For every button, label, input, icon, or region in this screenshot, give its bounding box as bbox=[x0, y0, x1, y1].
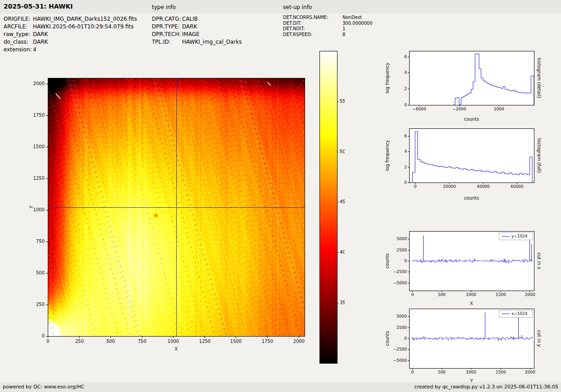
meta-label: DPR.CATG: bbox=[152, 15, 182, 23]
meta-label: extension: bbox=[4, 46, 33, 54]
meta-row-ndit: DET.NDIT:1 bbox=[283, 26, 373, 32]
meta-value: IMAGE bbox=[182, 31, 200, 37]
type-info-column: DPR.CATG:CALIB DPR.TYPE:DARK DPR.TECH:IM… bbox=[152, 15, 242, 46]
qc-report-page: 2025-05-31: HAWKI type info set-up info … bbox=[0, 0, 561, 392]
meta-row-dit: DET.DIT:300.0000000 bbox=[283, 21, 373, 27]
file-info-column: ORIGFILE:HAWKI_IMG_DARK_Darks152_0026.fi… bbox=[4, 15, 137, 54]
cut-y-plot bbox=[379, 303, 559, 389]
meta-row-dprtype: DPR.TYPE:DARK bbox=[152, 23, 242, 31]
meta-row-origfile: ORIGFILE:HAWKI_IMG_DARK_Darks152_0026.fi… bbox=[4, 15, 137, 23]
meta-label: DPR.TECH: bbox=[152, 31, 182, 38]
meta-label: DET.NDIT: bbox=[283, 26, 342, 32]
meta-value: CALIB bbox=[182, 16, 198, 22]
meta-label: raw_type: bbox=[4, 31, 33, 38]
cut-x-plot bbox=[379, 225, 559, 306]
meta-label: DPR.TYPE: bbox=[152, 23, 182, 31]
meta-row-arcfile: ARCFILE:HAWKI.2025-06-01T10:29:54.079.fi… bbox=[4, 23, 137, 31]
meta-value: 8 bbox=[342, 32, 345, 37]
meta-value: HAWKI_img_cal_Darks bbox=[182, 39, 242, 45]
meta-label: ARCFILE: bbox=[4, 23, 33, 31]
meta-label: DET.NCORRS.NAME: bbox=[283, 15, 342, 21]
detector-image-plot bbox=[27, 70, 308, 363]
meta-row-ncorrs: DET.NCORRS.NAME:NonDest bbox=[283, 15, 373, 21]
footer-credit-right: created by qc_rawdisp.py v1.2.3 on 2025-… bbox=[414, 384, 558, 390]
histogram-full-plot bbox=[379, 126, 559, 207]
meta-value: DARK bbox=[33, 39, 48, 45]
meta-label: do_class: bbox=[4, 38, 33, 46]
meta-row-dprtech: DPR.TECH:IMAGE bbox=[152, 31, 242, 38]
meta-value: HAWKI_IMG_DARK_Darks152_0026.fits bbox=[33, 16, 137, 22]
meta-value: NonDest bbox=[342, 15, 362, 20]
colorbar bbox=[318, 49, 345, 367]
meta-row-extension: extension:4 bbox=[4, 46, 137, 54]
meta-label: DET.RSPEED: bbox=[283, 32, 342, 38]
meta-value: HAWKI.2025-06-01T10:29:54.079.fits bbox=[33, 23, 134, 30]
meta-row-tplid: TPL.ID:HAWKI_img_cal_Darks bbox=[152, 38, 242, 46]
header-bar: 2025-05-31: HAWKI type info set-up info bbox=[0, 0, 561, 14]
footer-bar: powered by QC: www.eso.org/HC created by… bbox=[0, 382, 561, 392]
footer-credit-left: powered by QC: www.eso.org/HC bbox=[3, 384, 84, 390]
histogram-detail-plot bbox=[379, 45, 559, 126]
meta-value: 300.0000000 bbox=[342, 21, 373, 26]
meta-label: ORIGFILE: bbox=[4, 15, 33, 23]
meta-value: 4 bbox=[33, 46, 36, 53]
setup-info-heading: set-up info bbox=[283, 4, 312, 10]
meta-value: DARK bbox=[33, 31, 48, 37]
meta-label: DET.DIT: bbox=[283, 21, 342, 27]
meta-row-doclass: do_class:DARK bbox=[4, 38, 137, 46]
meta-row-rspeed: DET.RSPEED:8 bbox=[283, 32, 373, 38]
type-info-heading: type info bbox=[152, 4, 176, 10]
meta-value: DARK bbox=[182, 23, 197, 30]
meta-value: 1 bbox=[342, 26, 345, 31]
meta-row-rawtype: raw_type:DARK bbox=[4, 31, 137, 38]
meta-row-dprcatg: DPR.CATG:CALIB bbox=[152, 15, 242, 23]
setup-info-column: DET.NCORRS.NAME:NonDest DET.DIT:300.0000… bbox=[283, 15, 373, 37]
meta-label: TPL.ID: bbox=[152, 38, 182, 46]
page-title: 2025-05-31: HAWKI bbox=[4, 3, 73, 10]
